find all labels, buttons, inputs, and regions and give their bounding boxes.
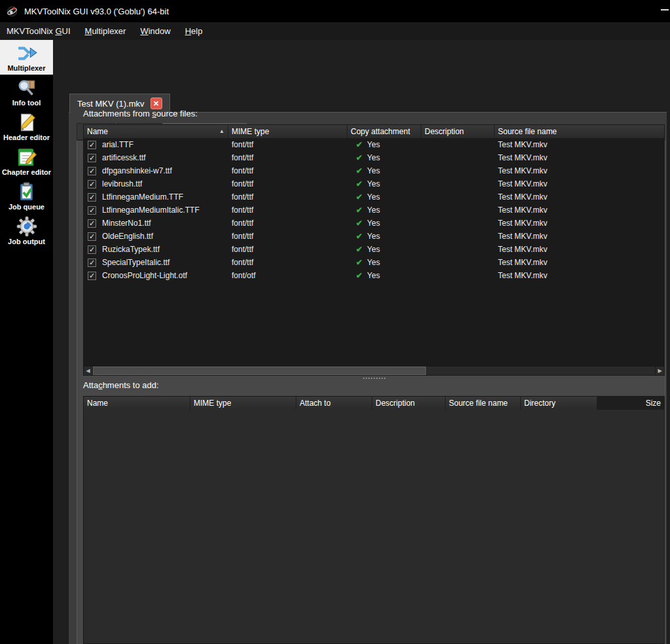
attachment-mime-cell: font/ttf xyxy=(228,151,347,164)
attachment-row[interactable]: ✓ dfpganshinkei-w7.ttf font/ttf ✔ Yes Te… xyxy=(84,164,664,177)
add-column-name[interactable]: Name xyxy=(84,397,190,410)
menu-window[interactable]: Window xyxy=(133,22,177,40)
attachment-row[interactable]: ✓ arial.TTF font/ttf ✔ Yes Test MKV.mkv xyxy=(84,138,664,151)
source-table-body: ✓ arial.TTF font/ttf ✔ Yes Test MKV.mkv … xyxy=(84,138,664,366)
sidebar-item-info-tool[interactable]: Info tool xyxy=(0,75,53,109)
scrollbar-thumb[interactable] xyxy=(93,367,426,375)
attachment-checkbox[interactable]: ✓ xyxy=(88,245,96,254)
menu-bar: MKVToolNix GUI Multiplexer Window Help xyxy=(0,22,670,40)
attachment-copy-cell: ✔ Yes xyxy=(347,269,421,282)
attachment-checkbox[interactable]: ✓ xyxy=(88,206,96,215)
magnifier-box-icon xyxy=(16,77,37,98)
horizontal-scrollbar[interactable]: ◀ ▶ xyxy=(84,366,664,375)
copy-value: Yes xyxy=(367,138,380,151)
attachment-checkbox[interactable]: ✓ xyxy=(88,193,96,202)
add-column-directory[interactable]: Directory xyxy=(521,397,597,410)
check-icon: ✔ xyxy=(356,164,362,177)
check-icon: ✔ xyxy=(356,204,362,217)
add-column-source-file-name[interactable]: Source file name xyxy=(446,397,521,410)
attachment-description-cell xyxy=(421,256,495,269)
attachment-row[interactable]: ✓ RuzickaTypek.ttf font/ttf ✔ Yes Test M… xyxy=(84,243,664,256)
attachment-row[interactable]: ✓ CronosProLight-Light.otf font/otf ✔ Ye… xyxy=(84,269,664,282)
attachment-name: artificessk.ttf xyxy=(102,151,146,164)
column-header-source-file-name[interactable]: Source file name xyxy=(495,125,664,138)
column-header-copy-attachment[interactable]: Copy attachment xyxy=(347,125,421,138)
column-header-mime-type[interactable]: MIME type xyxy=(228,125,347,138)
sidebar-item-header-editor[interactable]: Header editor xyxy=(0,109,53,144)
attachment-source-cell: Test MKV.mkv xyxy=(495,151,664,164)
attachment-checkbox[interactable]: ✓ xyxy=(88,180,96,188)
check-icon: ✔ xyxy=(356,151,362,164)
source-table-header: Name ▲ MIME type Copy attachment Descrip… xyxy=(84,125,664,138)
attachment-source-cell: Test MKV.mkv xyxy=(495,256,664,269)
attachment-mime-cell: font/ttf xyxy=(228,138,347,151)
attachment-mime-cell: font/ttf xyxy=(228,256,347,269)
attachment-checkbox[interactable]: ✓ xyxy=(88,259,96,267)
add-column-attach-to[interactable]: Attach to xyxy=(296,397,372,410)
menu-mkvtoolnix-gui[interactable]: MKVToolNix GUI xyxy=(0,22,78,40)
sidebar-item-multiplexer[interactable]: Multiplexer xyxy=(0,40,53,75)
attachment-mime-cell: font/ttf xyxy=(228,204,347,217)
attachment-source-cell: Test MKV.mkv xyxy=(495,243,664,256)
attachment-checkbox[interactable]: ✓ xyxy=(88,272,96,280)
attachment-name-cell: ✓ SpecialTypeItalic.ttf xyxy=(84,256,228,269)
merge-icon xyxy=(16,43,37,63)
attachment-description-cell xyxy=(421,230,495,243)
scroll-left-icon[interactable]: ◀ xyxy=(84,367,93,375)
menu-help[interactable]: Help xyxy=(178,22,210,40)
tab-close-button[interactable]: ✕ xyxy=(150,98,162,109)
add-column-description[interactable]: Description xyxy=(372,397,446,410)
attachment-row[interactable]: ✓ SpecialTypeItalic.ttf font/ttf ✔ Yes T… xyxy=(84,256,664,269)
attachment-description-cell xyxy=(421,151,495,164)
pencil-document-icon xyxy=(16,112,37,133)
copy-value: Yes xyxy=(367,204,380,217)
attachment-row[interactable]: ✓ OldeEnglish.ttf font/ttf ✔ Yes Test MK… xyxy=(84,230,664,243)
splitter-dots-icon xyxy=(363,378,385,379)
add-column-size[interactable]: Size xyxy=(597,397,664,410)
attachment-row[interactable]: ✓ MinsterNo1.ttf font/ttf ✔ Yes Test MKV… xyxy=(84,217,664,230)
attachment-row[interactable]: ✓ LtfinneganMedium.TTF font/ttf ✔ Yes Te… xyxy=(84,190,664,204)
attachment-row[interactable]: ✓ LtfinneganMediumItalic.TTF font/ttf ✔ … xyxy=(84,204,664,217)
attachment-name: dfpganshinkei-w7.ttf xyxy=(102,164,172,177)
attachment-description-cell xyxy=(421,243,495,256)
attachment-name: CronosProLight-Light.otf xyxy=(102,269,187,282)
add-attachments-label: Attachments to add: xyxy=(83,380,159,390)
attachment-checkbox[interactable]: ✓ xyxy=(88,154,96,162)
add-attachments-table: Name MIME type Attach to Description Sou… xyxy=(83,396,665,644)
add-column-mime-type[interactable]: MIME type xyxy=(190,397,296,410)
attachment-checkbox[interactable]: ✓ xyxy=(88,219,96,228)
column-header-description[interactable]: Description xyxy=(421,125,495,138)
attachment-name: SpecialTypeItalic.ttf xyxy=(102,256,169,269)
minimize-button[interactable] xyxy=(661,9,669,10)
attachment-description-cell xyxy=(421,177,495,190)
attachment-source-cell: Test MKV.mkv xyxy=(495,230,664,243)
clipboard-check-icon xyxy=(16,181,37,202)
attachment-mime-cell: font/ttf xyxy=(228,230,347,243)
check-icon: ✔ xyxy=(356,177,362,190)
attachment-row[interactable]: ✓ levibrush.ttf font/ttf ✔ Yes Test MKV.… xyxy=(84,177,664,190)
attachment-checkbox[interactable]: ✓ xyxy=(88,141,96,149)
sidebar-label-job-output: Job output xyxy=(8,238,45,245)
notepad-pencil-icon xyxy=(16,147,37,168)
attachment-name-cell: ✓ artificessk.ttf xyxy=(84,151,228,164)
attachment-description-cell xyxy=(421,164,495,177)
sidebar-item-chapter-editor[interactable]: Chapter editor xyxy=(0,144,53,179)
menu-multiplexer[interactable]: Multiplexer xyxy=(78,22,133,40)
copy-value: Yes xyxy=(367,230,380,243)
sidebar-item-job-output[interactable]: Job output xyxy=(0,213,53,248)
attachment-description-cell xyxy=(421,190,495,204)
sidebar-label-multiplexer: Multiplexer xyxy=(7,64,45,72)
attachment-row[interactable]: ✓ artificessk.ttf font/ttf ✔ Yes Test MK… xyxy=(84,151,664,164)
sidebar-item-job-queue[interactable]: Job queue xyxy=(0,179,53,213)
check-icon: ✔ xyxy=(356,230,362,243)
scroll-right-icon[interactable]: ▶ xyxy=(655,367,664,375)
attachment-name: MinsterNo1.ttf xyxy=(102,217,151,230)
splitter-handle[interactable] xyxy=(83,376,665,380)
attachment-checkbox[interactable]: ✓ xyxy=(88,232,96,241)
attachment-checkbox[interactable]: ✓ xyxy=(88,167,96,175)
attachment-source-cell: Test MKV.mkv xyxy=(495,138,664,151)
column-header-name[interactable]: Name ▲ xyxy=(84,125,228,138)
copy-value: Yes xyxy=(367,217,380,230)
attachment-mime-cell: font/ttf xyxy=(228,177,347,190)
attachment-name: arial.TTF xyxy=(102,138,133,151)
